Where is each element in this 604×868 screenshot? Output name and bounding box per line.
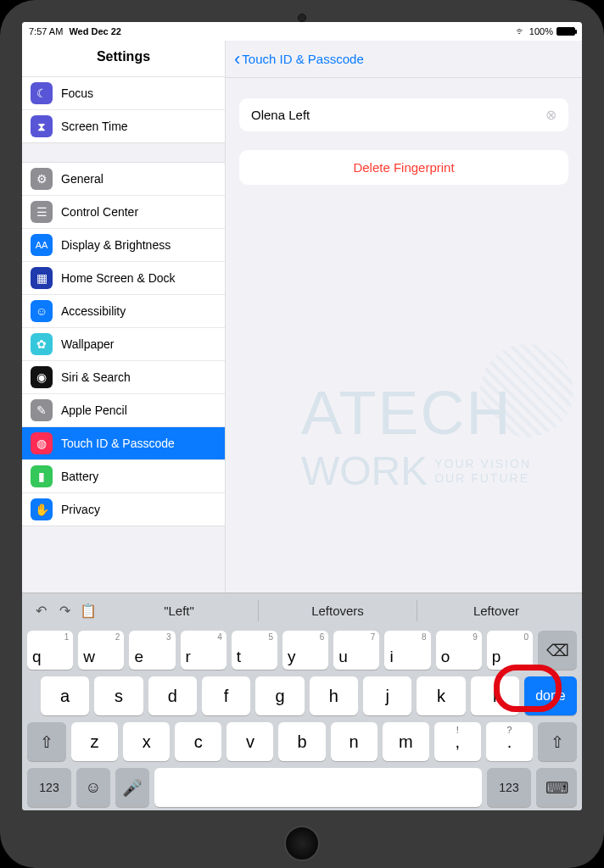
key-punct-,[interactable]: !,: [434, 722, 481, 761]
sidebar-item-screen-time[interactable]: ⧗ Screen Time: [22, 110, 225, 142]
key-z[interactable]: z: [71, 722, 118, 761]
key-e[interactable]: 3e: [129, 631, 175, 670]
sidebar-item-accessibility[interactable]: ☺ Accessibility: [22, 295, 225, 328]
sidebar-item-label: Siri & Search: [61, 370, 131, 384]
sidebar-item-battery[interactable]: ▮ Battery: [22, 460, 225, 493]
sidebar-item-display[interactable]: AA Display & Brightness: [22, 229, 225, 262]
key-u[interactable]: 7u: [333, 631, 379, 670]
fingerprint-name-row[interactable]: ⊗: [239, 98, 568, 131]
grid-icon: ▦: [31, 267, 53, 289]
key-c[interactable]: c: [175, 722, 221, 761]
flower-icon: ✿: [31, 333, 53, 355]
sidebar-item-label: Home Screen & Dock: [61, 271, 176, 285]
switches-icon: ☰: [31, 201, 53, 223]
key-d[interactable]: d: [148, 676, 197, 715]
sidebar-item-label: Focus: [61, 86, 93, 100]
key-v[interactable]: v: [226, 722, 273, 761]
sidebar-item-privacy[interactable]: ✋ Privacy: [22, 493, 225, 526]
home-button[interactable]: [284, 826, 320, 861]
sidebar-item-label: Wallpaper: [61, 337, 115, 351]
key-x[interactable]: x: [123, 722, 170, 761]
key-a[interactable]: a: [41, 676, 89, 715]
hourglass-icon: ⧗: [31, 115, 53, 137]
sidebar-item-label: General: [61, 172, 103, 186]
accessibility-icon: ☺: [31, 300, 53, 322]
battery-icon: [556, 27, 575, 36]
status-bar: 7:57 AM Wed Dec 22 ᯤ 100%: [22, 22, 582, 41]
key-r[interactable]: 4r: [181, 631, 226, 670]
sidebar-item-label: Display & Brightness: [61, 238, 171, 252]
sidebar-item-label: Apple Pencil: [61, 403, 127, 417]
sidebar-item-general[interactable]: ⚙ General: [22, 163, 225, 196]
key-n[interactable]: n: [331, 722, 378, 761]
sidebar-item-label: Privacy: [61, 503, 100, 516]
sidebar-item-touch-id[interactable]: ◍ Touch ID & Passcode: [22, 427, 225, 460]
clear-text-icon[interactable]: ⊗: [545, 107, 556, 123]
status-time: 7:57 AM: [29, 26, 63, 36]
clipboard-icon[interactable]: 📋: [76, 598, 100, 622]
sidebar-item-siri[interactable]: ◉ Siri & Search: [22, 361, 225, 394]
sidebar-item-home-screen[interactable]: ▦ Home Screen & Dock: [22, 262, 225, 295]
detail-pane: ‹ Touch ID & Passcode ⊗ Delete Fingerpri…: [226, 41, 582, 593]
sidebar-item-label: Screen Time: [61, 120, 128, 133]
key-f[interactable]: f: [202, 676, 250, 715]
hand-icon: ✋: [31, 498, 53, 520]
key-space[interactable]: [154, 768, 482, 807]
key-t[interactable]: 5t: [232, 631, 277, 670]
battery-percent: 100%: [529, 26, 553, 36]
sidebar-item-control-center[interactable]: ☰ Control Center: [22, 196, 225, 229]
key-shift-left[interactable]: ⇧: [27, 722, 66, 761]
key-123-left[interactable]: 123: [27, 768, 71, 807]
key-i[interactable]: 8i: [384, 631, 430, 670]
key-l[interactable]: l: [471, 676, 519, 715]
wifi-icon: ᯤ: [516, 25, 526, 37]
sidebar-item-label: Accessibility: [61, 304, 126, 318]
fingerprint-name-input[interactable]: [251, 108, 545, 122]
key-q[interactable]: 1q: [27, 631, 73, 670]
key-h[interactable]: h: [310, 676, 358, 715]
key-s[interactable]: s: [94, 676, 143, 715]
key-emoji[interactable]: ☺: [76, 768, 110, 807]
sidebar-item-apple-pencil[interactable]: ✎ Apple Pencil: [22, 394, 225, 427]
key-o[interactable]: 9o: [436, 631, 482, 670]
delete-fingerprint-button[interactable]: Delete Fingerprint: [239, 150, 568, 185]
suggestion-3[interactable]: Leftover: [417, 600, 575, 621]
key-k[interactable]: k: [417, 676, 465, 715]
key-done[interactable]: done: [524, 676, 577, 715]
key-mic[interactable]: 🎤: [115, 768, 149, 807]
undo-icon[interactable]: ↶: [29, 598, 53, 622]
key-shift-right[interactable]: ⇧: [538, 722, 577, 761]
back-button[interactable]: ‹ Touch ID & Passcode: [234, 50, 364, 69]
suggestion-2[interactable]: Leftovers: [258, 600, 417, 621]
key-123-right[interactable]: 123: [487, 768, 531, 807]
sidebar-item-wallpaper[interactable]: ✿ Wallpaper: [22, 328, 225, 361]
key-p[interactable]: 0p: [487, 631, 533, 670]
key-g[interactable]: g: [255, 676, 304, 715]
text-size-icon: AA: [31, 234, 53, 256]
key-j[interactable]: j: [363, 676, 411, 715]
sidebar-item-label: Battery: [61, 470, 98, 483]
back-label: Touch ID & Passcode: [242, 52, 363, 66]
keyboard: ↶ ↷ 📋 "Left" Leftovers Leftover 1q2w3e4r…: [22, 593, 582, 810]
suggestion-1[interactable]: "Left": [100, 600, 258, 621]
key-punct-.[interactable]: ?.: [486, 722, 533, 761]
battery-icon: ▮: [31, 465, 53, 487]
moon-icon: ☾: [31, 82, 53, 104]
key-hide-keyboard[interactable]: ⌨: [536, 768, 577, 807]
status-date: Wed Dec 22: [69, 26, 121, 36]
settings-sidebar: Settings ☾ Focus ⧗ Screen Time: [22, 41, 226, 593]
siri-icon: ◉: [31, 366, 53, 388]
key-y[interactable]: 6y: [282, 631, 328, 670]
redo-icon[interactable]: ↷: [53, 598, 76, 622]
pencil-icon: ✎: [31, 399, 53, 421]
sidebar-item-label: Control Center: [61, 205, 138, 219]
sidebar-item-focus[interactable]: ☾ Focus: [22, 77, 225, 110]
key-b[interactable]: b: [278, 722, 325, 761]
key-m[interactable]: m: [383, 722, 429, 761]
gear-icon: ⚙: [31, 168, 53, 190]
sidebar-item-label: Touch ID & Passcode: [61, 437, 175, 450]
chevron-left-icon: ‹: [234, 50, 240, 69]
key-backspace[interactable]: ⌫: [538, 631, 577, 670]
camera: [298, 14, 306, 22]
key-w[interactable]: 2w: [78, 631, 124, 670]
